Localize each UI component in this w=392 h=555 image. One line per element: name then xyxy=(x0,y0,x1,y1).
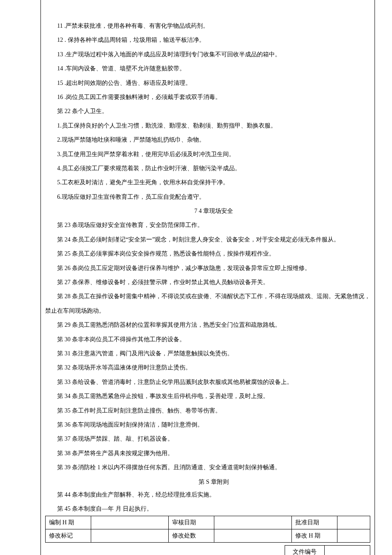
cell-doc-no-label: 文件编号 xyxy=(285,545,325,555)
cell-doc-no-value xyxy=(325,545,370,555)
chapter-4-heading: 7 4 章现场安全 xyxy=(45,206,370,216)
item-15: 15 .超出时间效期的公告、通告、标语应及时清理。 xyxy=(45,78,370,88)
article-30: 第 30 条非本岗位员工不得操作其他工序的设备。 xyxy=(45,335,370,344)
article-23: 第 23 条现场应做好安全宣传教育，安全防范保障工作。 xyxy=(45,221,370,230)
article-33: 第 33 条给设备、管道消毒时，注意防止化学用品溅到皮肤衣服或其他易被腐蚀的设备… xyxy=(45,378,370,387)
article-36: 第 36 条车间现场地面应时刻保持清洁，随时注意滑倒。 xyxy=(45,420,370,430)
item-11: 11 .严禁未获批准，使用各种有毒、有害化学物品或药剂。 xyxy=(45,21,370,31)
point-5: 5.工衣柜及时清洁，避免产生卫生死角，饮用水杯自觉保持干净。 xyxy=(45,178,370,187)
approval-table: 编制 H 期 审核日期 批准日期 修改标记 修改处数 修改 H 期 xyxy=(45,516,370,543)
article-38: 第 38 条严禁将生产器具未按规定挪为他用。 xyxy=(45,449,370,458)
item-14: 14 .车间内设备、管道、墙壁不允许随意贴胶带。 xyxy=(45,64,370,73)
article-44: 第 44 条本制度由生产部解释、补充，经总经理批准后实施。 xyxy=(45,490,370,500)
article-32: 第 32 条现场开水等高温液体使用时注意防止烫伤。 xyxy=(45,363,370,372)
point-3: 3.员工使用卫生间严禁穿着水鞋，使用完毕后必须及时冲洗卫生间。 xyxy=(45,150,370,159)
article-31: 第 31 条注意蒸汽管道，阀门及用汽设备，严禁随意触摸以免烫伤。 xyxy=(45,349,370,358)
document-page: 11 .严禁未获批准，使用各种有毒、有害化学物品或药剂。 12 . 保持各种半成… xyxy=(40,0,375,555)
article-39: 第 39 条消防栓 1 米以内不得摆放任何东西。且消防通道、安全通道需时刻保持畅… xyxy=(45,463,370,472)
cell-rev-count-value xyxy=(214,529,292,542)
article-28-line2: 禁止在车间现场跑动。 xyxy=(45,306,370,316)
chapter-s-heading: 第 S 章附则 xyxy=(45,477,370,487)
item-12: 12 . 保持各种半成品周转箱，垃圾用箱，输送平板洁净。 xyxy=(45,35,370,45)
table-row: 编制 H 期 审核日期 批准日期 xyxy=(46,516,370,529)
cell-rev-mark-label: 修改标记 xyxy=(46,529,91,542)
point-1: 1.员工保持良好的个人卫生习惯，勤洗澡、勤理发、勒剃须、勤剪指甲、勤换衣服。 xyxy=(45,121,370,131)
article-35: 第 35 条工作时员工应时刻注意防止撞伤、触伤、卷带等伤害。 xyxy=(45,406,370,416)
article-34: 第 34 条员工需熟悉紧急停止按钮，事故发生后停机停电，妥善处理，及时上报。 xyxy=(45,392,370,401)
cell-rev-count-label: 修改处数 xyxy=(169,529,214,542)
doc-number-table: 文件编号 版本号 xyxy=(285,545,370,555)
article-22: 第 22 条个人卫生。 xyxy=(45,107,370,116)
article-27: 第 27 条保养、维修设备时，必须挂警示牌，作业时禁止其他人员触动设备开关。 xyxy=(45,278,370,287)
article-28-line1: 第 28 条员工在操作设备时需集中精神，不得说笑或在疲倦、不清醒状态下工作，不得… xyxy=(45,292,370,301)
article-26: 第 26 条岗位员工应定期对设备进行保养与维护，减少事故隐患，发现设备异常应立即… xyxy=(45,264,370,273)
cell-approve-date-value xyxy=(337,516,370,529)
article-45: 第 45 条本制度自—年 月 日起执行。 xyxy=(45,504,370,514)
article-25: 第 25 条员工必须掌握本岗位安全操作规范，熟悉设备性能特点，按操作规程作业。 xyxy=(45,249,370,259)
document-body: 11 .严禁未获批准，使用各种有毒、有害化学物品或药剂。 12 . 保持各种半成… xyxy=(45,21,370,555)
item-13: 13 .生产现场过程中落入地面的半成品应及时清理到专门收集不可回收半成品的箱中。 xyxy=(45,50,370,59)
cell-rev-date-label: 修改 H 期 xyxy=(292,529,337,542)
cell-approve-date-label: 批准日期 xyxy=(292,516,337,529)
article-29: 第 29 条员工需熟悉消防器材的位置和掌握其使用方法，熟悉安全门位置和疏散路线。 xyxy=(45,320,370,330)
cell-compile-date-value xyxy=(91,516,169,529)
cell-compile-date-label: 编制 H 期 xyxy=(46,516,91,529)
table-row: 文件编号 xyxy=(285,545,370,555)
article-24: 第 24 条员工必须时刻谨记“安全第一”观念，时刻注意人身安全、设备安全，对于安… xyxy=(45,235,370,244)
point-2: 2.现场严禁随地吐痰和唾液，严禁随地乱扔纸巾、杂物。 xyxy=(45,135,370,145)
cell-review-date-value xyxy=(214,516,292,529)
item-16: 16 .岗位员工因工作需要接触料液时，必须戴手套或双手消毒。 xyxy=(45,93,370,102)
cell-rev-date-value xyxy=(337,529,370,542)
table-row: 修改标记 修改处数 修改 H 期 xyxy=(46,529,370,542)
point-4: 4.员工必须按工厂要求规范着装，防止作业时汗液、脏物污染半成品。 xyxy=(45,164,370,173)
cell-rev-mark-value xyxy=(91,529,169,542)
point-6: 6.现场应做好卫生宣传教育工作，员工应自觉配合遵守。 xyxy=(45,192,370,202)
article-37: 第 37 条现场严禁踩、踏、敲、打机器设备。 xyxy=(45,434,370,444)
cell-review-date-label: 审核日期 xyxy=(169,516,214,529)
